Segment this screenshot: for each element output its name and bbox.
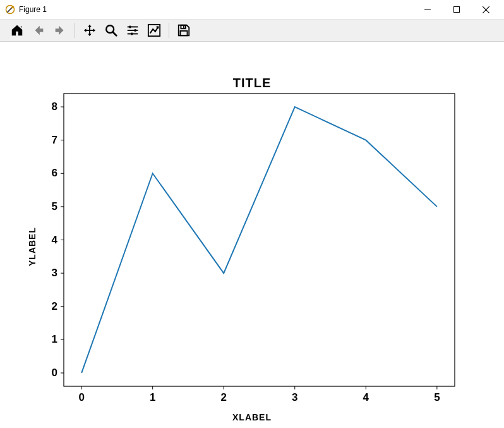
x-tick-label: 3 — [292, 391, 297, 404]
y-tick-label: 8 — [46, 101, 57, 113]
toolbar-separator — [169, 23, 169, 38]
maximize-icon — [453, 6, 460, 13]
zoom-icon — [104, 23, 118, 37]
edit-button[interactable] — [143, 20, 165, 41]
arrow-left-icon — [32, 23, 45, 37]
svg-rect-14 — [181, 25, 185, 29]
y-tick-label: 1 — [46, 333, 57, 346]
minimize-icon — [424, 6, 431, 13]
move-icon — [83, 23, 97, 37]
svg-line-6 — [113, 32, 117, 36]
home-icon — [10, 23, 24, 37]
sliders-icon — [126, 23, 140, 37]
toolbar-separator — [75, 23, 75, 38]
configure-button[interactable] — [122, 20, 143, 41]
maximize-button[interactable] — [442, 0, 471, 19]
axes-frame — [64, 94, 455, 386]
x-tick-label: 1 — [150, 391, 155, 404]
home-button[interactable] — [6, 20, 28, 41]
plot-area: TITLE XLABEL YLABEL 012345 012345678 — [0, 42, 504, 428]
svg-rect-10 — [135, 29, 136, 32]
window-controls — [413, 0, 500, 19]
line-chart-icon — [147, 23, 161, 37]
close-button[interactable] — [471, 0, 500, 19]
window-titlebar: Figure 1 — [0, 0, 504, 19]
svg-rect-12 — [131, 33, 133, 35]
x-tick-label: 4 — [363, 391, 369, 404]
data-line — [81, 107, 437, 373]
svg-rect-15 — [183, 26, 184, 28]
arrow-right-icon — [53, 23, 67, 37]
zoom-button[interactable] — [100, 20, 122, 41]
minimize-button[interactable] — [413, 0, 442, 19]
x-tick-label: 2 — [220, 391, 226, 404]
x-tick-label: 5 — [434, 391, 440, 404]
window-title: Figure 1 — [19, 5, 47, 14]
svg-rect-2 — [454, 7, 460, 13]
save-icon — [177, 23, 191, 37]
y-tick-label: 5 — [46, 200, 57, 213]
close-icon — [483, 6, 489, 13]
y-tick-label: 4 — [46, 234, 57, 247]
pan-button[interactable] — [79, 20, 100, 41]
save-button[interactable] — [173, 20, 195, 41]
svg-rect-8 — [129, 26, 131, 28]
toolbar — [0, 19, 504, 42]
app-icon — [5, 4, 15, 15]
chart-canvas — [0, 42, 504, 428]
y-tick-label: 2 — [46, 300, 57, 313]
back-button[interactable] — [28, 20, 49, 41]
y-tick-label: 0 — [46, 367, 57, 379]
svg-rect-16 — [181, 31, 188, 35]
x-tick-label: 0 — [78, 391, 84, 404]
y-tick-label: 7 — [46, 134, 57, 147]
y-tick-label: 3 — [46, 267, 57, 279]
y-tick-label: 6 — [46, 167, 57, 180]
forward-button[interactable] — [49, 20, 71, 41]
